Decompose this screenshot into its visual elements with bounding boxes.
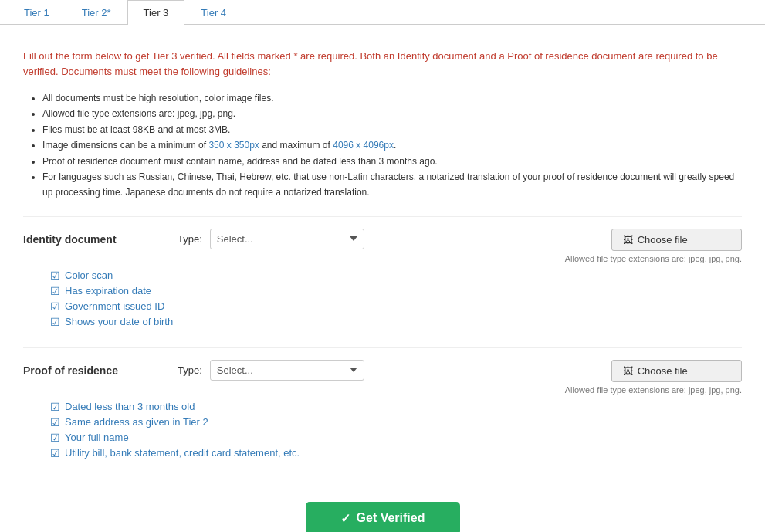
residence-header-row: Proof of residence Type: Select... 🖼 Cho… (23, 360, 742, 395)
image-icon-2: 🖼 (623, 365, 633, 377)
identity-check-1: Color scan (50, 269, 742, 282)
identity-type-select[interactable]: Select... (210, 229, 364, 249)
residence-check-3: Your full name (50, 432, 742, 444)
residence-section: Proof of residence Type: Select... 🖼 Cho… (23, 360, 742, 459)
identity-title: Identity document (23, 229, 178, 246)
checkmark-icon: ✓ (340, 511, 350, 526)
get-verified-button[interactable]: ✓ Get Verified (306, 502, 460, 532)
dim-min: 350 x 350px (208, 140, 259, 151)
identity-checklist: Color scan Has expiration date Governmen… (23, 269, 742, 328)
guideline-1: All documents must be high resolution, c… (42, 90, 742, 106)
guideline-2: Allowed file type extensions are: jpeg, … (42, 106, 742, 121)
residence-type-label: Type: (178, 364, 202, 376)
identity-type-label: Type: (178, 233, 202, 245)
identity-file-col: 🖼 Choose file Allowed file type extensio… (565, 229, 742, 263)
identity-allowed-ext: Allowed file type extensions are: jpeg, … (565, 254, 742, 263)
residence-type-row: Type: Select... (178, 360, 542, 381)
tab-tier1[interactable]: Tier 1 (8, 0, 66, 25)
divider-1 (23, 216, 742, 217)
guideline-6: For languages such as Russian, Chinese, … (42, 169, 742, 201)
identity-check-3: Government issued ID (50, 300, 742, 313)
residence-choose-file-label: Choose file (638, 365, 688, 377)
residence-title: Proof of residence (23, 360, 178, 377)
residence-checklist: Dated less than 3 months old Same addres… (23, 401, 742, 459)
intro-text: Fill out the form below to get Tier 3 ve… (23, 49, 742, 79)
identity-type-row: Type: Select... (178, 229, 542, 249)
tab-tier3[interactable]: Tier 3 (127, 0, 185, 25)
divider-2 (23, 347, 742, 348)
main-content: Fill out the form below to get Tier 3 ve… (0, 41, 765, 532)
tab-tier4[interactable]: Tier 4 (184, 0, 242, 25)
guideline-3: Files must be at least 98KB and at most … (42, 122, 742, 137)
guideline-4: Image dimensions can be a minimum of 350… (42, 137, 742, 153)
identity-choose-file-button[interactable]: 🖼 Choose file (611, 229, 742, 251)
residence-file-col: 🖼 Choose file Allowed file type extensio… (565, 360, 742, 395)
guidelines-section: All documents must be high resolution, c… (23, 90, 742, 201)
image-icon: 🖼 (623, 234, 633, 246)
identity-check-2: Has expiration date (50, 285, 742, 297)
tab-tier2[interactable]: Tier 2* (66, 0, 127, 25)
residence-allowed-ext: Allowed file type extensions are: jpeg, … (565, 385, 742, 395)
residence-check-1: Dated less than 3 months old (50, 401, 742, 413)
tabs-bar: Tier 1 Tier 2* Tier 3 Tier 4 (0, 0, 765, 25)
residence-check-4: Utility bill, bank statement, credit car… (50, 447, 742, 459)
residence-type-select[interactable]: Select... (210, 360, 364, 381)
get-verified-label: Get Verified (357, 511, 425, 525)
residence-check-2: Same address as given in Tier 2 (50, 416, 742, 429)
identity-header-row: Identity document Type: Select... 🖼 Choo… (23, 229, 742, 263)
identity-check-4: Shows your date of birth (50, 316, 742, 328)
residence-choose-file-button[interactable]: 🖼 Choose file (611, 360, 742, 382)
guideline-5: Proof of residence document must contain… (42, 154, 742, 169)
identity-choose-file-label: Choose file (638, 234, 688, 246)
dim-max: 4096 x 4096px (333, 140, 394, 151)
identity-section: Identity document Type: Select... 🖼 Choo… (23, 229, 742, 328)
